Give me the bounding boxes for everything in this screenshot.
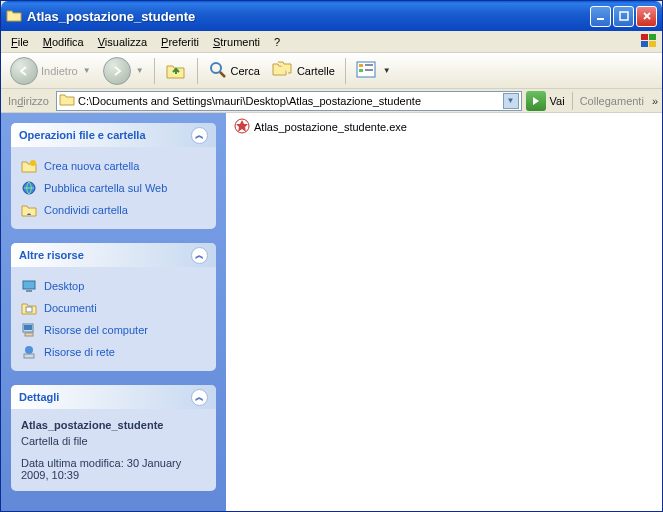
svg-rect-3	[649, 34, 656, 40]
documents-icon	[21, 300, 37, 316]
address-label: Indirizzo	[5, 95, 52, 107]
address-dropdown[interactable]: ▼	[503, 93, 519, 109]
svg-point-20	[25, 346, 33, 354]
links-label[interactable]: Collegamenti	[580, 95, 644, 107]
folder-icon	[6, 8, 22, 24]
menu-visualizza[interactable]: Visualizza	[91, 34, 154, 50]
separator	[345, 58, 346, 84]
chevron-down-icon: ▼	[383, 66, 391, 75]
menu-file[interactable]: File	[4, 34, 36, 50]
panel-title: Dettagli	[19, 391, 59, 403]
file-item[interactable]: Atlas_postazione_studente.exe	[232, 117, 656, 137]
up-button[interactable]	[160, 56, 192, 86]
place-label: Documenti	[44, 302, 97, 314]
window-controls	[590, 6, 657, 27]
panel-header[interactable]: Altre risorse ︽	[11, 243, 216, 267]
task-label: Pubblica cartella sul Web	[44, 182, 167, 194]
forward-icon	[103, 57, 131, 85]
panel-title: Operazioni file e cartella	[19, 129, 146, 141]
search-button[interactable]: Cerca	[203, 57, 265, 85]
task-label: Crea nuova cartella	[44, 160, 139, 172]
separator	[154, 58, 155, 84]
file-name: Atlas_postazione_studente.exe	[254, 121, 407, 133]
task-publish-web[interactable]: Pubblica cartella sul Web	[21, 177, 206, 199]
folders-button[interactable]: Cartelle	[267, 57, 340, 85]
back-icon	[10, 57, 38, 85]
new-folder-icon	[21, 158, 37, 174]
maximize-button[interactable]	[613, 6, 634, 27]
collapse-icon[interactable]: ︽	[191, 247, 208, 264]
go-label: Vai	[550, 95, 565, 107]
place-network[interactable]: Risorse di rete	[21, 341, 206, 363]
views-button[interactable]: ▼	[351, 58, 396, 84]
place-label: Desktop	[44, 280, 84, 292]
svg-rect-21	[24, 354, 34, 358]
forward-button[interactable]: ▼	[98, 54, 149, 88]
chevron-right-icon[interactable]: »	[652, 95, 658, 107]
collapse-icon[interactable]: ︽	[191, 389, 208, 406]
close-button[interactable]	[636, 6, 657, 27]
globe-icon	[21, 180, 37, 196]
details-panel: Dettagli ︽ Atlas_postazione_studente Car…	[11, 385, 216, 491]
place-label: Risorse di rete	[44, 346, 115, 358]
menu-modifica[interactable]: Modifica	[36, 34, 91, 50]
addressbar: Indirizzo ▼ Vai Collegamenti »	[1, 89, 662, 113]
svg-rect-0	[597, 18, 604, 20]
place-mycomputer[interactable]: Risorse del computer	[21, 319, 206, 341]
place-label: Risorse del computer	[44, 324, 148, 336]
search-icon	[208, 60, 228, 82]
task-label: Condividi cartella	[44, 204, 128, 216]
desktop-icon	[21, 278, 37, 294]
place-documents[interactable]: Documenti	[21, 297, 206, 319]
address-input[interactable]	[75, 95, 503, 107]
explorer-window: Atlas_postazione_studente File Modifica …	[0, 0, 663, 512]
details-type: Cartella di file	[21, 433, 206, 449]
windows-logo-icon	[640, 33, 658, 51]
folder-icon	[59, 93, 75, 109]
menu-strumenti[interactable]: Strumenti	[206, 34, 267, 50]
chevron-down-icon: ▼	[136, 66, 144, 75]
svg-rect-18	[24, 325, 32, 330]
svg-point-6	[211, 63, 221, 73]
details-name: Atlas_postazione_studente	[21, 417, 206, 433]
panel-header[interactable]: Dettagli ︽	[11, 385, 216, 409]
task-new-folder[interactable]: Crea nuova cartella	[21, 155, 206, 177]
toolbar: Indietro ▼ ▼ Cerca Cartelle	[1, 53, 662, 89]
minimize-button[interactable]	[590, 6, 611, 27]
details-modified: Data ultima modifica: 30 January 2009, 1…	[21, 455, 206, 483]
network-icon	[21, 344, 37, 360]
svg-rect-2	[641, 34, 648, 40]
menu-help[interactable]: ?	[267, 34, 287, 50]
separator	[572, 92, 573, 110]
place-desktop[interactable]: Desktop	[21, 275, 206, 297]
folders-icon	[272, 60, 294, 82]
svg-point-12	[30, 160, 36, 166]
content-area: Operazioni file e cartella ︽ Crea nuova …	[1, 113, 662, 511]
panel-header[interactable]: Operazioni file e cartella ︽	[11, 123, 216, 147]
collapse-icon[interactable]: ︽	[191, 127, 208, 144]
back-button[interactable]: Indietro ▼	[5, 54, 96, 88]
folders-label: Cartelle	[297, 65, 335, 77]
file-tasks-panel: Operazioni file e cartella ︽ Crea nuova …	[11, 123, 216, 229]
go-button[interactable]	[526, 91, 546, 111]
titlebar[interactable]: Atlas_postazione_studente	[1, 1, 662, 31]
back-label: Indietro	[41, 65, 78, 77]
tasks-sidebar: Operazioni file e cartella ︽ Crea nuova …	[1, 113, 226, 511]
svg-rect-10	[365, 64, 373, 66]
svg-rect-11	[365, 69, 373, 71]
svg-rect-5	[649, 41, 656, 47]
address-input-wrapper[interactable]: ▼	[56, 91, 522, 111]
menu-preferiti[interactable]: Preferiti	[154, 34, 206, 50]
views-icon	[356, 61, 378, 81]
task-share-folder[interactable]: Condividi cartella	[21, 199, 206, 221]
svg-rect-1	[620, 12, 628, 20]
svg-rect-15	[26, 290, 32, 292]
share-folder-icon	[21, 202, 37, 218]
svg-rect-14	[23, 281, 35, 289]
window-title: Atlas_postazione_studente	[27, 9, 590, 24]
file-list-pane[interactable]: Atlas_postazione_studente.exe	[226, 113, 662, 511]
panel-title: Altre risorse	[19, 249, 84, 261]
svg-rect-9	[359, 69, 363, 72]
svg-rect-4	[641, 41, 648, 47]
menubar: File Modifica Visualizza Preferiti Strum…	[1, 31, 662, 53]
